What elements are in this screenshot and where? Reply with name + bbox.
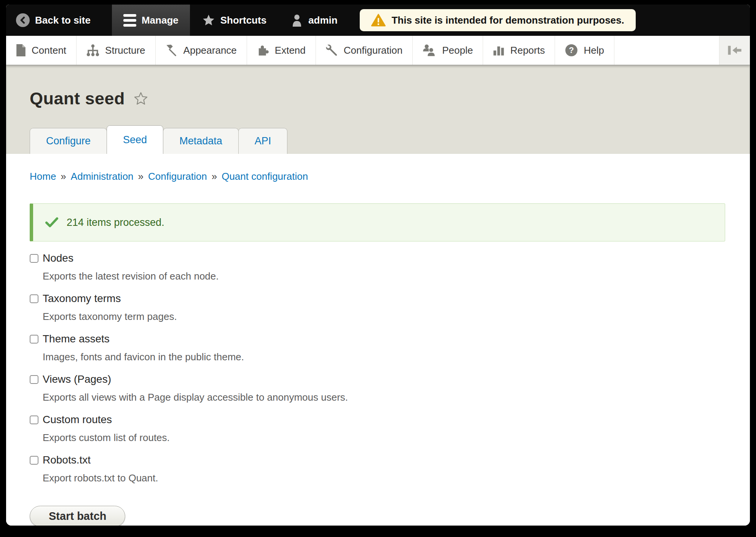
menu-item-help[interactable]: ? Help bbox=[555, 36, 614, 65]
views-pages-label[interactable]: Views (Pages) bbox=[43, 373, 111, 385]
appearance-icon bbox=[166, 44, 178, 56]
custom-routes-label[interactable]: Custom routes bbox=[43, 414, 112, 426]
back-to-site-label: Back to site bbox=[35, 14, 91, 26]
menu-item-configuration[interactable]: Configuration bbox=[316, 36, 413, 65]
manage-menu-button[interactable]: Manage bbox=[112, 5, 190, 36]
taxonomy-terms-description: Exports taxonomy term pages. bbox=[43, 311, 725, 323]
nodes-description: Exports the latest revision of each node… bbox=[43, 270, 725, 282]
menu-item-content[interactable]: Content bbox=[6, 36, 77, 65]
extend-icon bbox=[257, 44, 269, 56]
breadcrumb-link-home[interactable]: Home bbox=[30, 171, 56, 182]
breadcrumb-separator: » bbox=[212, 171, 217, 182]
tab-seed[interactable]: Seed bbox=[107, 125, 163, 154]
shortcuts-button[interactable]: Shortcuts bbox=[192, 5, 276, 36]
checkmark-icon bbox=[45, 217, 58, 228]
theme-assets-checkbox[interactable] bbox=[30, 335, 38, 344]
menu-label: Configuration bbox=[344, 45, 403, 56]
demo-warning-banner: This site is intended for demonstration … bbox=[360, 9, 636, 31]
status-message-text: 214 items processed. bbox=[67, 217, 164, 229]
admin-user-button[interactable]: admin bbox=[281, 5, 348, 36]
menu-item-people[interactable]: People bbox=[413, 36, 483, 65]
menu-item-appearance[interactable]: Appearance bbox=[156, 36, 247, 65]
seed-option-theme-assets: Theme assets Images, fonts and favicon i… bbox=[30, 333, 725, 363]
structure-icon bbox=[86, 44, 99, 56]
manage-label: Manage bbox=[142, 14, 179, 26]
warning-triangle-icon bbox=[371, 14, 386, 27]
menu-label: Structure bbox=[105, 45, 145, 56]
menu-item-extend[interactable]: Extend bbox=[247, 36, 316, 65]
user-icon bbox=[291, 14, 303, 27]
admin-user-label: admin bbox=[308, 14, 338, 26]
seed-option-taxonomy-terms: Taxonomy terms Exports taxonomy term pag… bbox=[30, 292, 725, 323]
menu-label: Extend bbox=[275, 45, 306, 56]
custom-routes-description: Exports custom list of routes. bbox=[43, 432, 725, 444]
menu-item-reports[interactable]: Reports bbox=[483, 36, 555, 65]
views-pages-description: Exports all views with a Page display ac… bbox=[43, 392, 725, 403]
nodes-label[interactable]: Nodes bbox=[43, 252, 73, 264]
menu-label: People bbox=[442, 45, 473, 56]
menu-label: Help bbox=[584, 45, 604, 56]
demo-warning-text: This site is intended for demonstration … bbox=[392, 14, 624, 26]
start-batch-button[interactable]: Start batch bbox=[30, 506, 125, 526]
back-to-site-button[interactable]: Back to site bbox=[6, 5, 100, 36]
configuration-icon bbox=[326, 44, 338, 56]
toolbar-collapse-button[interactable] bbox=[719, 36, 750, 65]
tab-metadata[interactable]: Metadata bbox=[163, 128, 239, 154]
collapse-left-icon bbox=[727, 45, 742, 56]
robots-txt-checkbox[interactable] bbox=[30, 456, 38, 465]
toolbar-spacer bbox=[614, 36, 719, 65]
seed-option-views-pages: Views (Pages) Exports all views with a P… bbox=[30, 373, 725, 403]
breadcrumb-link-configuration[interactable]: Configuration bbox=[148, 171, 207, 182]
breadcrumb: Home » Administration » Configuration » … bbox=[30, 171, 725, 182]
help-icon: ? bbox=[565, 44, 578, 57]
admin-menu-bar: Content Structure Appearance Extend Conf… bbox=[6, 36, 750, 65]
tab-api[interactable]: API bbox=[238, 128, 288, 154]
hamburger-icon bbox=[123, 14, 136, 27]
breadcrumb-link-administration[interactable]: Administration bbox=[71, 171, 134, 182]
svg-text:?: ? bbox=[569, 46, 574, 55]
menu-item-structure[interactable]: Structure bbox=[77, 36, 156, 65]
status-message-success: 214 items processed. bbox=[30, 203, 725, 241]
theme-assets-label[interactable]: Theme assets bbox=[43, 333, 110, 345]
reports-icon bbox=[493, 44, 504, 56]
taxonomy-terms-label[interactable]: Taxonomy terms bbox=[43, 292, 121, 305]
breadcrumb-link-quant-configuration[interactable]: Quant configuration bbox=[222, 171, 308, 182]
admin-toolbar: Back to site Manage Shortcuts admin This… bbox=[6, 5, 750, 36]
taxonomy-terms-checkbox[interactable] bbox=[30, 294, 38, 303]
shortcuts-label: Shortcuts bbox=[220, 14, 266, 26]
favorite-star-icon[interactable] bbox=[133, 91, 148, 106]
seed-option-robots-txt: Robots.txt Export robots.txt to Quant. bbox=[30, 454, 725, 484]
star-icon bbox=[202, 14, 215, 27]
tab-configure[interactable]: Configure bbox=[30, 128, 107, 154]
page-header: Quant seed Configure Seed Metadata API bbox=[6, 65, 750, 154]
content-icon bbox=[16, 44, 26, 56]
people-icon bbox=[423, 44, 436, 56]
menu-label: Reports bbox=[510, 45, 545, 56]
back-arrow-icon bbox=[16, 13, 30, 27]
theme-assets-description: Images, fonts and favicon in the public … bbox=[43, 351, 725, 363]
seed-option-nodes: Nodes Exports the latest revision of eac… bbox=[30, 252, 725, 282]
menu-label: Appearance bbox=[183, 45, 237, 56]
browser-window: Back to site Manage Shortcuts admin This… bbox=[6, 5, 750, 526]
breadcrumb-separator: » bbox=[61, 171, 66, 182]
custom-routes-checkbox[interactable] bbox=[30, 416, 38, 424]
views-pages-checkbox[interactable] bbox=[30, 375, 38, 384]
page-title: Quant seed bbox=[30, 89, 125, 109]
main-content: Home » Administration » Configuration » … bbox=[6, 154, 750, 526]
robots-txt-label[interactable]: Robots.txt bbox=[43, 454, 91, 466]
breadcrumb-separator: » bbox=[138, 171, 144, 182]
seed-option-custom-routes: Custom routes Exports custom list of rou… bbox=[30, 414, 725, 444]
seed-options-list: Nodes Exports the latest revision of eac… bbox=[30, 252, 725, 484]
robots-txt-description: Export robots.txt to Quant. bbox=[43, 472, 725, 484]
nodes-checkbox[interactable] bbox=[30, 254, 38, 263]
menu-label: Content bbox=[32, 45, 66, 56]
tab-bar: Configure Seed Metadata API bbox=[30, 125, 287, 154]
